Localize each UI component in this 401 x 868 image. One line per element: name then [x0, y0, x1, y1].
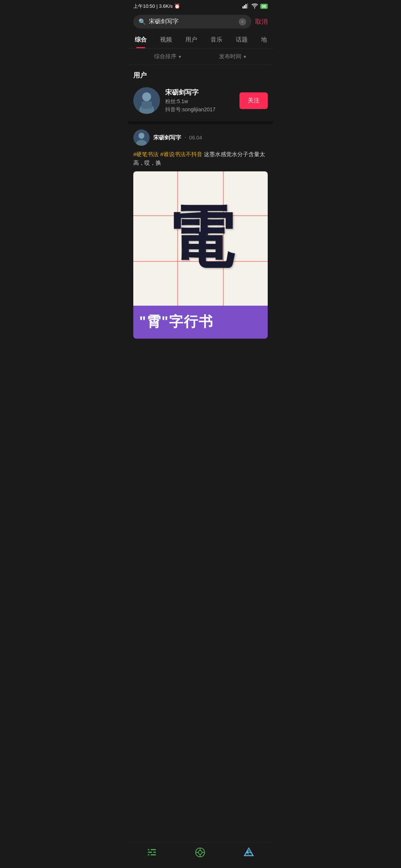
- tab-视频[interactable]: 视频: [153, 32, 179, 48]
- calligraphy-character: 電: [167, 205, 234, 272]
- sort-time-arrow: ▼: [243, 55, 247, 59]
- search-tabs: 综合 视频 用户 音乐 话题 地: [128, 32, 273, 49]
- svg-rect-1: [244, 5, 245, 9]
- status-alarm: ⏰: [174, 3, 180, 9]
- section-divider: [128, 121, 273, 124]
- post-text: #硬笔书法 #谁说书法不抖音 这墨水感觉水分子含量太高，哎，换: [133, 150, 268, 167]
- post-image[interactable]: 電 "霄"字行书: [133, 171, 268, 339]
- hashtag-1[interactable]: #硬笔书法: [133, 151, 159, 157]
- svg-rect-3: [247, 3, 248, 9]
- user-card: 宋砺剑写字 粉丝:5.1w 抖音号:songlijian2017 关注: [128, 83, 273, 121]
- tab-综合[interactable]: 综合: [128, 32, 153, 48]
- status-time-network: 上午10:50 | 3.6K/s ⏰: [133, 3, 180, 10]
- svg-point-5: [142, 92, 151, 101]
- sort-bar: 综合排序 ▼ 发布时间 ▼: [128, 49, 273, 65]
- post-user-info: 宋砺剑写字 · 06.04: [153, 134, 202, 141]
- post-header: 宋砺剑写字 · 06.04: [133, 129, 268, 146]
- search-text: 宋砺剑写字: [149, 18, 236, 26]
- sort-time-label: 发布时间: [219, 53, 241, 60]
- post-date: 06.04: [189, 135, 202, 141]
- user-fans: 粉丝:5.1w: [165, 98, 234, 105]
- status-icons: 98: [242, 3, 268, 10]
- svg-rect-2: [245, 4, 247, 9]
- user-douyin-id: 抖音号:songlijian2017: [165, 106, 234, 113]
- hashtag-2[interactable]: #谁说书法不抖音: [160, 151, 202, 157]
- follow-button[interactable]: 关注: [239, 92, 268, 109]
- search-input-wrapper[interactable]: 🔍 宋砺剑写字 ✕: [133, 15, 251, 29]
- post-image-caption-text: "霄"字行书: [139, 314, 213, 329]
- sort-time[interactable]: 发布时间 ▼: [219, 53, 247, 60]
- svg-rect-0: [242, 6, 244, 9]
- post-separator: ·: [184, 134, 188, 141]
- svg-point-9: [138, 133, 144, 139]
- status-network: 3.6K/s: [159, 3, 173, 9]
- user-name: 宋砺剑写字: [165, 88, 234, 97]
- cancel-search-button[interactable]: 取消: [255, 17, 268, 26]
- sort-comprehensive[interactable]: 综合排序 ▼: [154, 53, 182, 60]
- sort-comprehensive-arrow: ▼: [178, 55, 182, 59]
- post-item: 宋砺剑写字 · 06.04 #硬笔书法 #谁说书法不抖音 这墨水感觉水分子含量太…: [128, 124, 273, 339]
- user-section-header: 用户: [128, 65, 273, 83]
- tab-音乐[interactable]: 音乐: [204, 32, 229, 48]
- post-username: 宋砺剑写字: [153, 134, 181, 141]
- tab-地[interactable]: 地: [254, 32, 273, 48]
- svg-rect-7: [141, 101, 152, 109]
- search-icon: 🔍: [138, 18, 146, 25]
- signal-icon: [242, 3, 249, 10]
- clear-search-button[interactable]: ✕: [239, 18, 246, 26]
- user-info: 宋砺剑写字 粉丝:5.1w 抖音号:songlijian2017: [165, 88, 234, 113]
- post-image-caption-bar: "霄"字行书: [133, 305, 268, 339]
- status-time: 上午10:50: [133, 3, 155, 9]
- tab-话题[interactable]: 话题: [229, 32, 254, 48]
- post-avatar[interactable]: [133, 129, 150, 146]
- battery-indicator: 98: [260, 4, 268, 9]
- tab-用户[interactable]: 用户: [179, 32, 204, 48]
- user-avatar[interactable]: [133, 87, 160, 114]
- wifi-icon: [251, 3, 258, 10]
- search-bar: 🔍 宋砺剑写字 ✕ 取消: [128, 12, 273, 32]
- post-image-paper: 電: [133, 171, 268, 305]
- status-bar: 上午10:50 | 3.6K/s ⏰ 98: [128, 0, 273, 12]
- sort-comprehensive-label: 综合排序: [154, 53, 176, 60]
